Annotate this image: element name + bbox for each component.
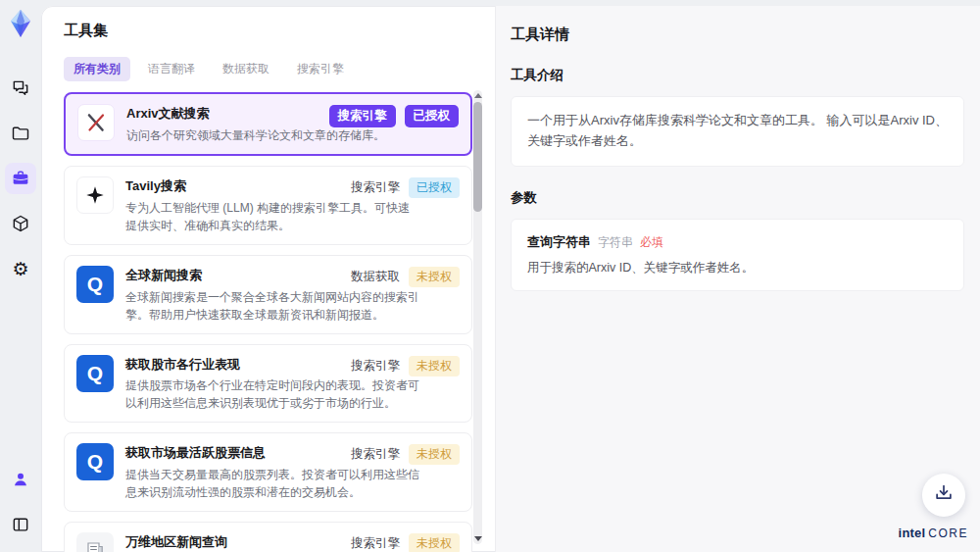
main-panel: 工具集 所有类别语言翻译数据获取搜索引擎 Arxiv文献搜索访问各个研究领域大量… [41, 6, 980, 552]
category-tabs: 所有类别语言翻译数据获取搜索引擎 [64, 57, 495, 81]
tool-status-badge: 未授权 [409, 533, 460, 552]
tool-description: 提供股票市场各个行业在特定时间段内的表现。投资者可以利用这些信息来识别表现优于或… [125, 376, 419, 412]
download-button[interactable] [922, 474, 965, 517]
chat-icon [11, 78, 30, 98]
tool-card-2[interactable]: Q全球新闻搜索全球新闻搜索是一个聚合全球各大新闻网站内容的搜索引擎。帮助用户快速… [64, 255, 472, 334]
sidebar-item-settings[interactable]: ⚙ [5, 253, 36, 284]
tool-description: 全球新闻搜索是一个聚合全球各大新闻网站内容的搜索引擎。帮助用户快速获取全球最新资… [125, 288, 419, 324]
folder-icon [11, 124, 30, 143]
intel-logo-text: intel [899, 526, 926, 540]
tool-tags: 搜索引擎已授权 [329, 105, 460, 127]
detail-pane: 工具详情 工具介绍 一个用于从Arxiv存储库搜索科学论文和文章的工具。 输入可… [495, 6, 980, 552]
user-icon [11, 470, 30, 489]
tool-description: 专为人工智能代理 (LLM) 构建的搜索引擎工具。可快速提供实时、准确和真实的结… [125, 199, 419, 234]
param-name: 查询字符串 [527, 233, 591, 251]
param-card: 查询字符串 字符串 必填 用于搜索的Arxiv ID、关键字或作者姓名。 [511, 219, 964, 292]
params-heading: 参数 [511, 189, 964, 207]
core-logo-text: core [928, 527, 968, 540]
diamond-logo-icon [5, 8, 36, 39]
sidebar-item-chat[interactable] [5, 73, 36, 104]
param-required-badge: 必填 [640, 234, 663, 251]
tool-category-tag: 搜索引擎 [329, 105, 396, 127]
tool-card-5[interactable]: 万维地区新闻查询查询具体行政区划内的新闻，快速了解各地新闻动搜索引擎未授权 [64, 522, 472, 552]
tool-tags: 数据获取未授权 [351, 267, 460, 287]
sidebar-item-account[interactable] [5, 464, 36, 495]
tool-category-tag: 搜索引擎 [351, 446, 400, 463]
tool-list: Arxiv文献搜索访问各个研究领域大量科学论文和文章的存储库。搜索引擎已授权Ta… [64, 92, 472, 552]
tool-status-badge: 未授权 [409, 356, 460, 376]
intro-text: 一个用于从Arxiv存储库搜索科学论文和文章的工具。 输入可以是Arxiv ID… [527, 111, 948, 152]
briefcase-icon [11, 169, 30, 188]
scrollbar-down-arrow-icon[interactable] [474, 536, 482, 541]
scrollbar-up-arrow-icon[interactable] [474, 93, 482, 98]
intel-core-logo: intel core [899, 526, 968, 540]
tool-card-4[interactable]: Q获取市场最活跃股票信息提供当天交易量最高的股票列表。投资者可以利用这些信息来识… [64, 432, 472, 512]
param-desc: 用于搜索的Arxiv ID、关键字或作者姓名。 [527, 259, 948, 277]
tool-tags: 搜索引擎未授权 [351, 444, 460, 465]
tool-card-1[interactable]: Tavily搜索专为人工智能代理 (LLM) 构建的搜索引擎工具。可快速提供实时… [64, 166, 472, 245]
panel-layout-icon [11, 515, 30, 534]
q-logo-icon: Q [76, 443, 114, 480]
tool-status-badge: 已授权 [405, 105, 460, 127]
tool-category-tag: 搜索引擎 [351, 358, 400, 375]
intro-heading: 工具介绍 [511, 67, 964, 84]
param-header: 查询字符串 字符串 必填 [527, 233, 948, 251]
detail-title: 工具详情 [511, 25, 964, 44]
gear-icon: ⚙ [12, 260, 28, 278]
tab-3[interactable]: 搜索引擎 [287, 57, 354, 81]
q-logo-icon: Q [76, 266, 114, 303]
download-icon [933, 482, 955, 508]
page-title: 工具集 [64, 22, 495, 40]
tools-pane: 工具集 所有类别语言翻译数据获取搜索引擎 Arxiv文献搜索访问各个研究领域大量… [41, 6, 495, 552]
arxiv-icon [77, 104, 115, 141]
tab-1[interactable]: 语言翻译 [138, 57, 205, 81]
cube-icon [11, 214, 30, 233]
tool-status-badge: 已授权 [409, 177, 460, 198]
tab-0[interactable]: 所有类别 [64, 57, 130, 81]
app-window: ⚙ 工具集 所有类别语言翻译数据获取搜索引擎 [0, 0, 980, 552]
tool-card-3[interactable]: Q获取股市各行业表现提供股票市场各个行业在特定时间段内的表现。投资者可以利用这些… [64, 344, 472, 424]
tool-description: 访问各个研究领域大量科学论文和文章的存储库。 [126, 126, 420, 144]
scrollbar-thumb[interactable] [473, 102, 482, 212]
tool-status-badge: 未授权 [409, 444, 460, 465]
intro-card: 一个用于从Arxiv存储库搜索科学论文和文章的工具。 输入可以是Arxiv ID… [511, 96, 964, 167]
tool-description: 提供当天交易量最高的股票列表。投资者可以利用这些信息来识别流动性强的股票和潜在的… [125, 466, 419, 501]
tab-2[interactable]: 数据获取 [213, 57, 279, 81]
tool-list-scrollbar[interactable] [473, 90, 482, 544]
param-type: 字符串 [598, 234, 633, 251]
sidebar-item-tools[interactable] [5, 163, 36, 194]
sidebar-item-files[interactable] [5, 118, 36, 149]
newspaper-icon [76, 532, 114, 552]
tool-category-tag: 搜索引擎 [351, 535, 400, 552]
tool-status-badge: 未授权 [409, 267, 460, 287]
sidebar-item-packages[interactable] [5, 208, 36, 239]
tool-tags: 搜索引擎已授权 [351, 177, 460, 198]
tool-tags: 搜索引擎未授权 [351, 533, 460, 552]
tool-category-tag: 数据获取 [351, 269, 400, 285]
tool-card-0[interactable]: Arxiv文献搜索访问各个研究领域大量科学论文和文章的存储库。搜索引擎已授权 [64, 92, 472, 156]
sidebar-item-collapse[interactable] [5, 509, 36, 540]
sidebar: ⚙ [0, 0, 41, 552]
tool-tags: 搜索引擎未授权 [351, 356, 460, 376]
star-icon [76, 176, 114, 214]
tool-category-tag: 搜索引擎 [351, 179, 400, 196]
q-logo-icon: Q [76, 355, 114, 392]
